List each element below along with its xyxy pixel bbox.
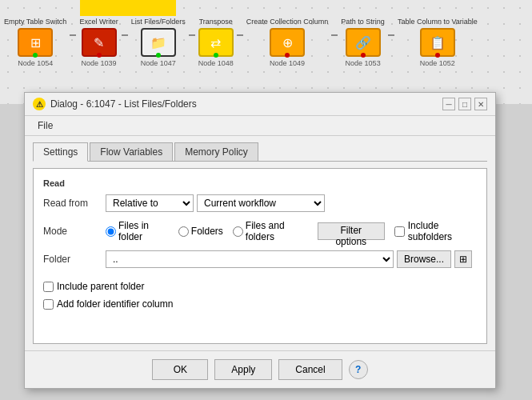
yellow-banner <box>80 0 176 16</box>
node-transpose[interactable]: Transpose ⇄ Node 1048 <box>198 18 234 67</box>
tab-settings[interactable]: Settings <box>33 142 88 162</box>
add-folder-id-item[interactable]: Add folder identifier column <box>43 298 477 310</box>
node-empty-table-switch[interactable]: Empty Table Switch ⊞ Node 1054 <box>4 18 66 67</box>
connector-3 <box>189 34 195 36</box>
node-id-1049: Node 1049 <box>270 59 305 67</box>
read-from-dropdowns: Relative to Absolute Current workflow Cu… <box>106 194 325 212</box>
node-list-files[interactable]: List Files/Folders 📁 Node 1047 <box>131 18 186 67</box>
node-box-1048[interactable]: ⇄ <box>198 28 234 57</box>
dialog-minimize-button[interactable]: ─ <box>442 98 455 110</box>
dialog-menubar: File <box>25 116 495 136</box>
node-label-1047: List Files/Folders <box>131 18 186 26</box>
node-box-1039[interactable]: ✎ <box>82 28 117 57</box>
radio-files-and-folders-input[interactable] <box>233 226 243 237</box>
radio-files-and-folders[interactable]: Files and folders <box>233 220 308 242</box>
node-icon-1047: 📁 <box>150 35 166 50</box>
include-parent-folder-checkbox[interactable] <box>43 282 54 292</box>
node-box-1053[interactable]: 🔗 <box>346 28 381 57</box>
connector-5 <box>331 34 338 36</box>
tab-memory-policy[interactable]: Memory Policy <box>174 142 258 161</box>
add-folder-id-label: Add folder identifier column <box>57 298 173 310</box>
cancel-button[interactable]: Cancel <box>278 359 342 380</box>
node-dot-1054 <box>33 53 38 58</box>
node-label-1053: Path to String <box>341 18 385 26</box>
apply-button[interactable]: Apply <box>214 359 272 380</box>
folder-icon-button[interactable]: ⊞ <box>454 250 472 268</box>
node-path-to-string[interactable]: Path to String 🔗 Node 1053 <box>341 18 385 67</box>
node-id-1054: Node 1054 <box>18 59 53 67</box>
node-icon-1039: ✎ <box>94 35 104 50</box>
workflow-select[interactable]: Current workflow Current mountpoint Othe… <box>197 194 325 212</box>
radio-files-in-folder[interactable]: Files in folder <box>106 220 169 242</box>
folder-select[interactable]: .. <box>106 250 394 268</box>
node-excel-writer[interactable]: Excel Writer ✎ Node 1039 <box>79 18 118 67</box>
radio-folders-label: Folders <box>191 226 223 237</box>
folder-label: Folder <box>43 254 99 265</box>
read-from-select[interactable]: Relative to Absolute <box>106 194 194 212</box>
ok-button[interactable]: OK <box>152 359 208 380</box>
folder-row: Folder .. Browse... ⊞ <box>43 250 477 268</box>
node-box-1054[interactable]: ⊞ <box>18 28 53 57</box>
node-icon-1052: 📋 <box>430 35 446 50</box>
radio-files-and-folders-label: Files and folders <box>246 220 308 242</box>
dialog-titlebar: ⚠ Dialog - 6:1047 - List Files/Folders ─… <box>25 93 495 116</box>
dialog-warning-icon: ⚠ <box>33 98 46 110</box>
dialog-footer: OK Apply Cancel ? <box>25 350 495 388</box>
checkbox-section: Include parent folder Add folder identif… <box>43 281 477 310</box>
filter-options-button[interactable]: Filter options <box>318 222 385 240</box>
node-dot-1039 <box>97 53 102 58</box>
include-parent-folder-label: Include parent folder <box>57 281 144 292</box>
node-label-1039: Excel Writer <box>79 18 118 26</box>
dialog: ⚠ Dialog - 6:1047 - List Files/Folders ─… <box>24 92 496 389</box>
dialog-title-buttons: ─ □ ✕ <box>442 98 487 110</box>
node-strip: Empty Table Switch ⊞ Node 1054 Excel Wri… <box>0 18 532 67</box>
read-from-label: Read from <box>43 198 99 209</box>
node-dot-1048 <box>214 53 218 58</box>
connector-6 <box>388 34 394 36</box>
node-box-1047[interactable]: 📁 <box>141 28 176 57</box>
tab-flow-variables[interactable]: Flow Variables <box>90 142 173 161</box>
include-subfolders-label: Include subfolders <box>408 220 477 242</box>
tab-bar: Settings Flow Variables Memory Policy <box>33 142 487 162</box>
mode-row: Mode Files in folder Folders Files and f… <box>43 220 477 242</box>
browse-button[interactable]: Browse... <box>397 250 451 268</box>
node-id-1052: Node 1052 <box>420 59 455 67</box>
node-dot-1052 <box>435 53 440 58</box>
node-label-1048: Transpose <box>199 18 233 26</box>
mode-label: Mode <box>43 226 99 237</box>
node-box-1049[interactable]: ⊕ <box>270 28 305 57</box>
read-section-label: Read <box>43 178 477 188</box>
node-dot-1049 <box>285 53 290 58</box>
dialog-maximize-button[interactable]: □ <box>458 98 471 110</box>
connector-2 <box>122 34 128 36</box>
include-subfolders-checkbox[interactable] <box>394 226 405 237</box>
dialog-close-button[interactable]: ✕ <box>474 98 487 110</box>
node-box-1052[interactable]: 📋 <box>420 28 455 57</box>
radio-files-in-folder-input[interactable] <box>106 226 116 237</box>
radio-folders-input[interactable] <box>178 226 189 237</box>
radio-files-in-folder-label: Files in folder <box>118 220 169 242</box>
workflow-canvas: Empty Table Switch ⊞ Node 1054 Excel Wri… <box>0 0 532 104</box>
node-icon-1048: ⇄ <box>210 35 221 50</box>
node-id-1053: Node 1053 <box>346 59 381 67</box>
settings-panel: Read Read from Relative to Absolute Curr… <box>33 168 487 344</box>
radio-folders[interactable]: Folders <box>178 226 223 237</box>
connector-1 <box>70 34 76 36</box>
include-parent-folder-item[interactable]: Include parent folder <box>43 281 477 292</box>
node-label-1049: Create Collection Column <box>246 18 329 26</box>
menu-item-file[interactable]: File <box>33 118 58 133</box>
node-icon-1049: ⊕ <box>282 35 293 50</box>
node-id-1048: Node 1048 <box>198 59 234 67</box>
dialog-title: Dialog - 6:1047 - List Files/Folders <box>50 98 438 110</box>
node-dot-1053 <box>361 53 366 58</box>
include-subfolders-checkbox-item[interactable]: Include subfolders <box>394 220 477 242</box>
node-create-collection[interactable]: Create Collection Column ⊕ Node 1049 <box>246 18 329 67</box>
mode-radio-group: Files in folder Folders Files and folder… <box>106 220 477 242</box>
add-folder-id-checkbox[interactable] <box>43 299 54 310</box>
node-label-1052: Table Column to Variable <box>398 18 478 26</box>
read-from-row: Read from Relative to Absolute Current w… <box>43 194 477 212</box>
node-icon-1053: 🔗 <box>355 35 371 50</box>
node-table-column[interactable]: Table Column to Variable 📋 Node 1052 <box>398 18 478 67</box>
node-id-1047: Node 1047 <box>141 59 176 67</box>
help-button[interactable]: ? <box>349 360 368 379</box>
